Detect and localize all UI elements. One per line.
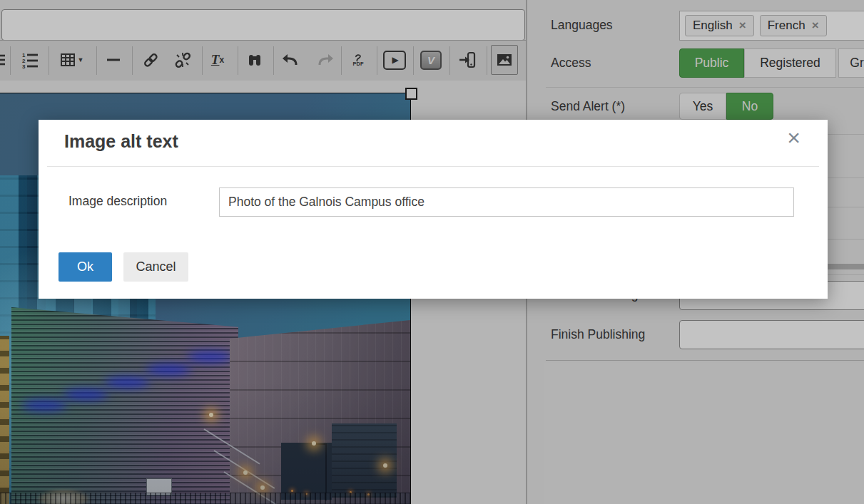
cms-editor-screen: 1 2 3 ▼ bbox=[0, 0, 864, 504]
ok-button[interactable]: Ok bbox=[59, 252, 112, 282]
image-alt-text-dialog: Image alt text × Image description Ok Ca… bbox=[39, 120, 828, 299]
dialog-title: Image alt text bbox=[64, 131, 178, 152]
close-icon[interactable]: × bbox=[783, 125, 805, 150]
image-description-input[interactable] bbox=[219, 187, 794, 217]
dialog-title-divider bbox=[47, 166, 819, 167]
cancel-button[interactable]: Cancel bbox=[123, 252, 188, 282]
image-description-label: Image description bbox=[68, 194, 167, 209]
